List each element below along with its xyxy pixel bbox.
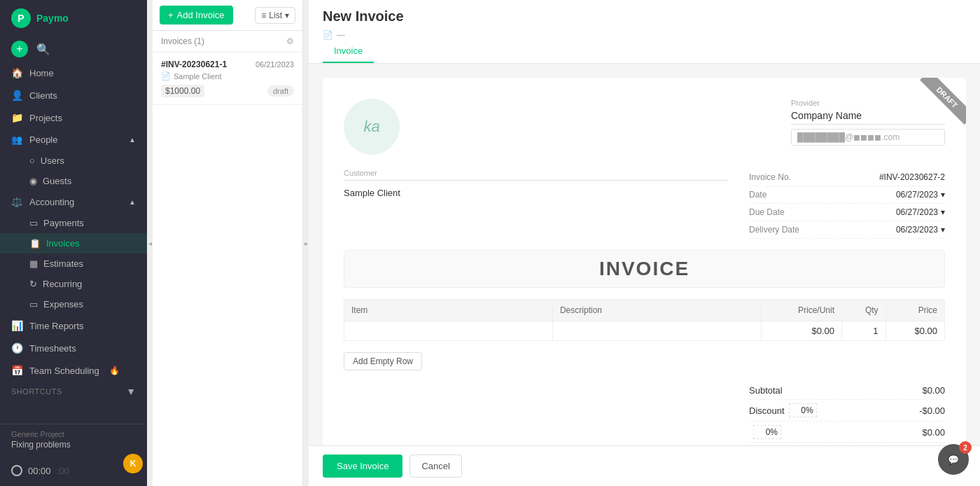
- people-chevron-icon: ▲: [129, 136, 136, 144]
- support-bubble[interactable]: 💬 2: [938, 444, 969, 475]
- sidebar-item-payments[interactable]: ▭ Payments: [0, 213, 147, 233]
- cancel-button[interactable]: Cancel: [410, 454, 461, 478]
- invoice-client: 📄 Sample Client: [161, 71, 294, 81]
- sidebar-item-users[interactable]: ○ Users: [0, 151, 147, 171]
- page-title: New Invoice: [323, 8, 404, 25]
- col-price: Price: [886, 300, 944, 321]
- sidebar-item-projects[interactable]: 📁 Projects: [0, 106, 147, 129]
- add-button[interactable]: +: [11, 41, 28, 57]
- user-avatar[interactable]: K: [123, 454, 143, 473]
- sidebar-item-timesheets[interactable]: 🕐 Timesheets: [0, 337, 147, 359]
- scheduling-badge: 🔥: [109, 366, 120, 375]
- scheduling-icon: 📅: [11, 365, 22, 376]
- row-price: $0.00: [886, 321, 944, 341]
- discount-pct-input[interactable]: 0%: [789, 403, 817, 417]
- recurring-icon: ↻: [29, 279, 37, 289]
- invoice-heading-section: INVOICE: [344, 250, 945, 288]
- tab-invoice[interactable]: Invoice: [323, 40, 374, 63]
- main-content: New Invoice 📄 — Invoice DRAFT ka Provide…: [309, 0, 980, 486]
- row-item-input[interactable]: [351, 326, 545, 336]
- list-view-button[interactable]: ≡ List ▾: [255, 7, 295, 24]
- search-button[interactable]: 🔍: [35, 41, 52, 57]
- list-icon: ≡: [261, 11, 266, 20]
- plus-icon: +: [168, 10, 174, 20]
- tax2-row: 0% $0.00: [749, 443, 945, 445]
- list-chevron-icon: ▾: [285, 11, 289, 20]
- draft-badge: DRAFT: [910, 78, 966, 134]
- sidebar-item-recurring[interactable]: ↻ Recurring: [0, 274, 147, 294]
- invoice-details-section: Invoice No. #INV-20230627-2 Date 06/27/2…: [749, 169, 945, 239]
- sidebar-item-guests[interactable]: ◉ Guests: [0, 171, 147, 191]
- expenses-icon: ▭: [29, 299, 38, 310]
- sidebar-item-estimates[interactable]: ▦ Estimates: [0, 254, 147, 274]
- project-name: Fixing problems: [11, 440, 136, 450]
- projects-icon: 📁: [11, 112, 22, 123]
- subtotal-value: $0.00: [922, 385, 945, 396]
- sidebar-nav: + 🔍 🏠 Home 👤 Clients 📁 Projects 👥 People…: [0, 36, 147, 424]
- accounting-section-header[interactable]: ⚖️ Accounting ▲: [0, 191, 147, 213]
- delivery-date-value[interactable]: 06/23/2023 ▾: [896, 225, 945, 235]
- totals-section: Subtotal $0.00 Discount 0% -$0.00 0%: [344, 382, 945, 445]
- list-item[interactable]: #INV-20230621-1 06/21/2023 📄 Sample Clie…: [153, 53, 302, 105]
- table-row: $0.00 1 $0.00: [344, 321, 945, 341]
- subtotal-row: Subtotal $0.00: [749, 382, 945, 400]
- people-section-header[interactable]: 👥 People ▲: [0, 129, 147, 151]
- app-logo-icon: P: [11, 8, 31, 28]
- sidebar-item-home[interactable]: 🏠 Home: [0, 62, 147, 84]
- form-footer: Save Invoice Cancel: [309, 445, 980, 486]
- sidebar-logo: P Paymo: [0, 0, 147, 36]
- shortcuts-toggle[interactable]: ▼: [126, 386, 136, 397]
- right-collapse-handle[interactable]: ▸: [303, 0, 309, 486]
- sidebar-item-clients[interactable]: 👤 Clients: [0, 84, 147, 106]
- add-empty-row-button[interactable]: Add Empty Row: [344, 352, 422, 370]
- main-header: New Invoice 📄 — Invoice: [309, 0, 980, 64]
- app-name: Paymo: [36, 13, 69, 24]
- date-value[interactable]: 06/27/2023 ▾: [896, 190, 945, 200]
- payments-icon: ▭: [29, 218, 38, 228]
- form-top-section: ka Provider Company Name ████████@◼◼◼◼.c…: [344, 99, 945, 155]
- delivery-date-row: Delivery Date 06/23/2023 ▾: [749, 221, 945, 239]
- discount-value: -$0.00: [919, 405, 945, 416]
- sidebar-item-team-scheduling[interactable]: 📅 Team Scheduling 🔥: [0, 359, 147, 382]
- accounting-icon: ⚖️: [11, 197, 22, 207]
- project-label: Generic Project: [11, 430, 136, 438]
- row-description-input[interactable]: [560, 326, 754, 336]
- sidebar-timer: 00:00 :00 K: [0, 455, 147, 486]
- invoice-no-value: #INV-20230627-2: [879, 172, 945, 182]
- panel-toolbar: + Add Invoice ≡ List ▾: [153, 0, 302, 31]
- due-date-value[interactable]: 06/27/2023 ▾: [896, 207, 945, 217]
- sidebar-item-time-reports[interactable]: 📊 Time Reports: [0, 314, 147, 337]
- tax1-row: 0% $0.00: [749, 422, 945, 443]
- estimates-icon: ▦: [29, 258, 38, 269]
- discount-row: Discount 0% -$0.00: [749, 400, 945, 422]
- col-qty: Qty: [842, 300, 886, 321]
- invoice-form: DRAFT ka Provider Company Name ████████@…: [323, 78, 966, 445]
- row-qty: 1: [842, 321, 886, 341]
- left-collapse-handle[interactable]: ◂: [147, 0, 153, 486]
- invoice-date: 06/21/2023: [255, 60, 294, 69]
- support-icon: 💬: [948, 454, 959, 465]
- due-date-row: Due Date 06/27/2023 ▾: [749, 204, 945, 221]
- users-icon: ○: [29, 155, 35, 166]
- row-price-unit: $0.00: [761, 321, 841, 341]
- time-reports-icon: 📊: [11, 320, 22, 331]
- sidebar-item-invoices[interactable]: 📋 Invoices: [0, 233, 147, 254]
- col-price-unit: Price/Unit: [761, 300, 841, 321]
- totals-table: Subtotal $0.00 Discount 0% -$0.00 0%: [749, 382, 945, 445]
- add-invoice-button[interactable]: + Add Invoice: [160, 6, 233, 25]
- shortcuts-section: shortcuts ▼: [0, 382, 147, 401]
- due-date-chevron-icon: ▾: [941, 207, 945, 217]
- sidebar-item-expenses[interactable]: ▭ Expenses: [0, 294, 147, 314]
- date-row: Date 06/27/2023 ▾: [749, 186, 945, 204]
- customer-details-row: Customer Sample Client Invoice No. #INV-…: [344, 169, 945, 239]
- invoice-number: #INV-20230621-1: [161, 60, 227, 69]
- invoice-tabs: Invoice: [323, 40, 966, 63]
- list-header: Invoices (1) ⚙: [153, 31, 302, 53]
- invoice-amount: $1000.00: [161, 85, 204, 97]
- timesheets-icon: 🕐: [11, 342, 22, 354]
- provider-logo: ka: [344, 99, 400, 155]
- tax1-pct-input[interactable]: 0%: [753, 425, 781, 439]
- save-invoice-button[interactable]: Save Invoice: [323, 454, 402, 478]
- client-doc-icon: 📄: [161, 71, 171, 81]
- filter-icon[interactable]: ⚙: [286, 36, 294, 46]
